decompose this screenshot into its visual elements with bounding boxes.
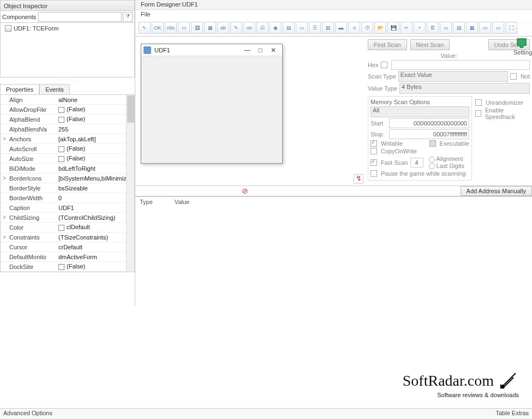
fastscan-value[interactable] [410, 158, 423, 167]
expand-icon[interactable]: > [1, 136, 8, 142]
maximize-button[interactable]: □ [254, 46, 267, 54]
property-value[interactable]: 255 [57, 126, 134, 133]
tab-events[interactable]: Events [39, 84, 70, 94]
splitter-icon[interactable]: ✂ [401, 22, 413, 34]
edit-icon[interactable]: ab [217, 22, 229, 34]
property-row[interactable]: >ChildSizing(TControlChildSizing) [1, 213, 134, 223]
components-filter-button[interactable]: ⧩ [123, 12, 133, 22]
close-button[interactable]: ✕ [267, 46, 280, 54]
property-row[interactable]: CursorcrDefault [1, 242, 134, 252]
property-value[interactable]: dmActiveForm [57, 254, 134, 260]
calendar-icon[interactable]: 🗓 [427, 22, 439, 34]
property-value[interactable]: crDefault [57, 244, 134, 250]
scan-type-select[interactable]: Exact Value [398, 71, 508, 82]
value-input[interactable] [391, 60, 530, 70]
property-value[interactable]: (False) [57, 263, 134, 270]
toggle-icon[interactable]: on [243, 22, 255, 34]
property-row[interactable]: AlignalNone [1, 95, 134, 105]
design-form-window[interactable]: UDF1 — □ ✕ [141, 44, 283, 164]
expand-icon[interactable]: > [1, 175, 8, 181]
property-row[interactable]: AlphaBlend(False) [1, 115, 134, 124]
checkbox-icon[interactable] [58, 146, 64, 152]
tree-item[interactable]: UDF1: TCEForm [5, 25, 130, 32]
checkbox-icon[interactable] [58, 107, 64, 113]
property-row[interactable]: BorderWidth0 [1, 193, 134, 203]
expand-icon[interactable]: > [1, 214, 8, 220]
property-value[interactable]: clDefault [57, 224, 134, 231]
property-value[interactable]: UDF1 [57, 205, 134, 211]
property-row[interactable]: DockSite(False) [1, 262, 134, 272]
property-row[interactable]: BorderStylebsSizeable [1, 183, 134, 193]
property-value[interactable]: alNone [57, 97, 134, 103]
checkbox-icon[interactable] [58, 117, 64, 123]
property-row[interactable]: BiDiModebdLeftToRight [1, 164, 134, 173]
alignment-radio[interactable] [429, 157, 435, 163]
property-row[interactable]: >BorderIcons[biSystemMenu,biMinimize,biM [1, 173, 134, 183]
col-value[interactable]: Value [175, 199, 189, 205]
radio-icon[interactable]: ◉ [270, 22, 282, 34]
writable-checkbox[interactable] [370, 140, 377, 147]
stop-icon[interactable]: ⊘ [242, 187, 248, 195]
chart-icon[interactable]: ▭ [492, 22, 504, 34]
property-value[interactable]: (False) [57, 155, 134, 162]
tabsheet-icon[interactable]: ▤ [453, 22, 465, 34]
mso-range-select[interactable]: All [370, 106, 469, 117]
scroll-thumb[interactable] [127, 95, 134, 123]
property-value[interactable]: (False) [57, 116, 134, 123]
treeview-icon[interactable]: ▥ [322, 22, 334, 34]
property-value[interactable]: (TControlChildSizing) [57, 214, 134, 221]
checkbox-icon[interactable]: ☑ [256, 22, 268, 34]
components-input[interactable] [38, 12, 122, 22]
expand-icon[interactable]: > [1, 234, 8, 240]
property-row[interactable]: AllowDropFile(False) [1, 105, 134, 115]
checkbox-icon[interactable] [58, 156, 64, 162]
pointer-icon[interactable]: ↖ [139, 22, 151, 34]
pagecontrol-icon[interactable]: ▭ [440, 22, 452, 34]
property-row[interactable]: >Constraints(TSizeConstraints) [1, 232, 134, 242]
scrollbox-icon[interactable]: ▦ [466, 22, 478, 34]
property-value[interactable]: [biSystemMenu,biMinimize,biM [57, 175, 134, 182]
button-icon[interactable]: OK [152, 22, 164, 34]
settings-button[interactable]: Settings [513, 37, 530, 56]
executable-checkbox[interactable] [429, 140, 436, 147]
property-value[interactable]: (False) [57, 106, 134, 113]
design-grid[interactable] [141, 56, 282, 163]
checkbox-icon[interactable] [58, 264, 64, 270]
component-tree[interactable]: UDF1: TCEForm [0, 23, 135, 77]
value-type-select[interactable]: 4 Bytes [399, 83, 530, 94]
groupbox-icon[interactable]: ▦ [204, 22, 216, 34]
status-left[interactable]: Advanced Options [3, 410, 52, 418]
unrandomizer-checkbox[interactable] [475, 99, 482, 106]
status-right[interactable]: Table Extras [495, 410, 529, 418]
checkbox-icon[interactable] [58, 225, 64, 231]
memo-icon[interactable]: ✎ [230, 22, 242, 34]
col-type[interactable]: Type [140, 199, 153, 205]
hex-checkbox[interactable] [381, 62, 387, 68]
property-row[interactable]: ColorclDefault [1, 223, 134, 232]
progress-icon[interactable]: ▬ [335, 22, 347, 34]
property-value[interactable]: bsSizeable [57, 185, 134, 191]
next-scan-button[interactable]: Next Scan [410, 39, 450, 50]
copyonwrite-checkbox[interactable] [370, 148, 377, 154]
first-scan-button[interactable]: First Scan [368, 39, 407, 50]
add-address-button[interactable]: Add Address Manually [461, 186, 532, 196]
panel-icon[interactable]: ▭ [178, 22, 190, 34]
fastscan-checkbox[interactable] [370, 159, 377, 166]
stop-input[interactable] [389, 129, 469, 139]
property-row[interactable]: AutoScroll(False) [1, 144, 134, 154]
design-form-titlebar[interactable]: UDF1 — □ ✕ [141, 44, 282, 56]
minimize-button[interactable]: — [241, 46, 254, 54]
property-row[interactable]: DefaultMonitodmActiveForm [1, 252, 134, 262]
property-row[interactable]: >Anchors[akTop,akLeft] [1, 134, 134, 144]
speedhack-checkbox[interactable] [475, 110, 481, 117]
property-value[interactable]: (False) [57, 145, 134, 152]
paintbox-icon[interactable]: + [414, 22, 426, 34]
statusbar-icon[interactable]: ▭ [479, 22, 491, 34]
image-icon[interactable]: 🖼 [191, 22, 203, 34]
tab-properties[interactable]: Properties [0, 84, 39, 94]
property-value[interactable]: bdLeftToRight [57, 165, 134, 172]
property-row[interactable]: CaptionUDF1 [1, 203, 134, 213]
trackbar-icon[interactable]: ⎋ [348, 22, 360, 34]
lastdigits-radio[interactable] [429, 163, 435, 169]
splitter[interactable]: · · · · · [0, 272, 135, 277]
